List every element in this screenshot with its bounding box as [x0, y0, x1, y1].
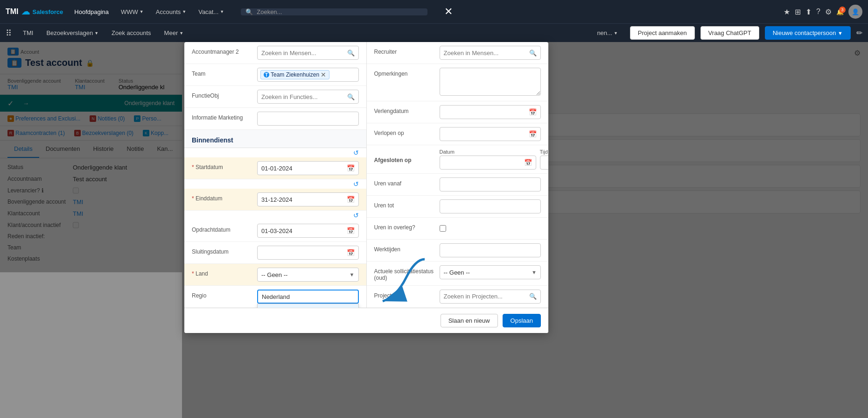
opdrachtdatum-date-wrap: 📅 [257, 224, 359, 238]
sluitingsdatum-calendar-icon[interactable]: 📅 [347, 249, 355, 256]
form-label-werktijden: Werktijden [374, 243, 440, 254]
regio-input[interactable] [262, 293, 354, 300]
opdrachtdatum-reset-icon[interactable]: ↺ [353, 212, 359, 219]
recruiter-search-icon: 🔍 [529, 50, 537, 57]
vraag-chatgpt-button[interactable]: Vraag ChatGPT [700, 26, 759, 40]
notifications[interactable]: 🔔 3 [836, 8, 844, 15]
recruiter-input[interactable] [444, 50, 528, 57]
form-control-project: 🔍 [440, 290, 541, 304]
form-row-uren-vanaf: Uren vanaf [367, 174, 549, 196]
form-label-verlengdatum: Verlengdatum [374, 105, 440, 115]
informatie-marketing-input[interactable] [257, 112, 359, 126]
nav-zoek-accounts[interactable]: Zoek accounts [105, 24, 158, 43]
team-tag-remove[interactable]: ✕ [321, 71, 326, 78]
search-input[interactable] [257, 8, 423, 15]
regio-option-nederland[interactable]: Nederland [258, 304, 358, 308]
logo: TMI ☁ Salesforce [6, 7, 63, 17]
nav-tmi[interactable]: TMI [16, 24, 40, 43]
verlopen-op-input[interactable] [444, 131, 527, 138]
accountmanager2-search-icon: 🔍 [347, 50, 355, 57]
verlengdatum-date-wrap: 📅 [440, 105, 541, 119]
nav-nen[interactable]: nen... ▼ [590, 24, 624, 43]
uren-overleg-checkbox-wrap [440, 221, 541, 235]
nav-accounts[interactable]: Accounts ▼ [151, 7, 191, 17]
afgesloten-tijd-time-wrap: 🕐 [540, 156, 549, 170]
form-label-afgesloten-op: Afgesloten op [374, 154, 440, 164]
opmerkingen-textarea[interactable] [440, 68, 541, 96]
afgesloten-tijd-input[interactable] [544, 159, 549, 166]
project-aanmaken-button[interactable]: Project aanmaken [630, 26, 695, 40]
tmi-logo-text: TMI [6, 7, 19, 16]
einddatum-reset-icon[interactable]: ↺ [353, 180, 359, 188]
einddatum-input[interactable] [261, 196, 345, 203]
form-row-verlengdatum: Verlengdatum 📅 [367, 101, 549, 123]
close-icon[interactable]: ✕ [444, 6, 453, 18]
accountmanager2-input[interactable] [261, 50, 345, 57]
verlopen-op-calendar-icon[interactable]: 📅 [529, 130, 537, 138]
avatar[interactable]: 👤 [848, 5, 862, 19]
settings-icon[interactable]: ⚙ [825, 7, 832, 16]
land-value: -- Geen -- [261, 271, 350, 278]
form-row-actuele-status: Actuele sollicitatiestatus (oud) -- Geen… [367, 262, 549, 286]
apps-grid-icon[interactable]: ⠿ [6, 28, 12, 38]
nav-vacat[interactable]: Vacat... ▼ [194, 7, 229, 17]
functieobj-input[interactable] [261, 93, 345, 100]
project-search-wrap: 🔍 [440, 290, 541, 304]
opdrachtdatum-calendar-icon[interactable]: 📅 [347, 227, 355, 234]
project-input[interactable] [444, 293, 528, 300]
modal-right-column: Recruiter 🔍 Opmerkingen [367, 42, 549, 308]
form-control-uren-vanaf [440, 177, 541, 191]
afgesloten-op-row-inner: Afgesloten op Datum 📅 [374, 149, 541, 170]
uren-tot-input[interactable] [440, 199, 541, 213]
regio-input-wrap[interactable] [257, 290, 359, 304]
afgesloten-datum-input[interactable] [444, 159, 522, 166]
sluitingsdatum-input[interactable] [261, 249, 345, 256]
upload-icon[interactable]: ⬆ [805, 7, 812, 16]
opdrachtdatum-input[interactable] [261, 227, 345, 234]
nav-hoofdpagina[interactable]: Hoofdpagina [70, 7, 113, 17]
form-control-team: T Team Ziekenhuizen ✕ [257, 68, 359, 82]
opslaan-button[interactable]: Opslaan [503, 314, 541, 327]
nieuwe-contactpersoon-button[interactable]: Nieuwe contactpersoon ▼ [765, 26, 851, 40]
grid-icon[interactable]: ⊞ [795, 7, 801, 16]
notification-count: 3 [839, 7, 846, 13]
form-row-functieobj: FunctieObj 🔍 [184, 86, 366, 108]
form-control-verlopen-op: 📅 [440, 127, 541, 141]
startdatum-reset-icon[interactable]: ↺ [353, 149, 359, 156]
form-label-sluitingsdatum: Sluitingsdatum [192, 246, 257, 256]
salesforce-text: Salesforce [33, 8, 63, 15]
nav-www[interactable]: WWW ▼ [116, 7, 148, 17]
actuele-status-value: -- Geen -- [444, 269, 532, 276]
werktijden-input[interactable] [440, 243, 541, 257]
nav-bezoekverslagen[interactable]: Bezoekverslagen ▼ [40, 24, 105, 43]
verlengdatum-input[interactable] [444, 109, 527, 116]
afgesloten-tijd-wrap: Tijd 🕐 [540, 149, 549, 170]
nav-meer[interactable]: Meer ▼ [158, 24, 190, 43]
regio-dropdown-menu: Nederland Duitsland Zwitserland Caribbea… [257, 304, 359, 308]
star-icon[interactable]: ★ [784, 7, 790, 16]
help-icon[interactable]: ? [816, 7, 820, 16]
startdatum-calendar-icon[interactable]: 📅 [347, 164, 355, 172]
form-label-actuele-status: Actuele sollicitatiestatus (oud) [374, 265, 440, 282]
slaan-en-nieuw-button[interactable]: Slaan en nieuw [441, 314, 498, 327]
section-binnendienst: Binnendienst [184, 130, 366, 148]
form-label-uren-vanaf: Uren vanaf [374, 177, 440, 188]
einddatum-calendar-icon[interactable]: 📅 [347, 196, 355, 203]
form-row-uren-tot: Uren tot [367, 196, 549, 218]
edit-icon[interactable]: ✏ [856, 28, 862, 37]
team-tag-icon: T [264, 72, 269, 78]
main-area: 📋 Account 📋 Test account 🔒 Bovenliggende… [0, 42, 868, 418]
afgesloten-datum-calendar-icon[interactable]: 📅 [524, 159, 532, 166]
functieobj-search-icon: 🔍 [347, 93, 355, 100]
uren-vanaf-input[interactable] [440, 177, 541, 191]
startdatum-input[interactable] [261, 165, 345, 172]
uren-overleg-checkbox[interactable] [440, 225, 446, 232]
verlengdatum-calendar-icon[interactable]: 📅 [529, 108, 537, 116]
form-control-recruiter: 🔍 [440, 46, 541, 60]
modal-overlay: Accountmanager 2 🔍 Team [0, 42, 868, 418]
top-nav-right-area: ★ ⊞ ⬆ ? ⚙ 🔔 3 👤 [784, 5, 862, 19]
search-icon: 🔍 [245, 8, 253, 15]
tijd-label: Tijd [540, 149, 549, 155]
modal-left-column: Accountmanager 2 🔍 Team [184, 42, 367, 308]
form-label-verlopen-op: Verlopen op [374, 127, 440, 137]
